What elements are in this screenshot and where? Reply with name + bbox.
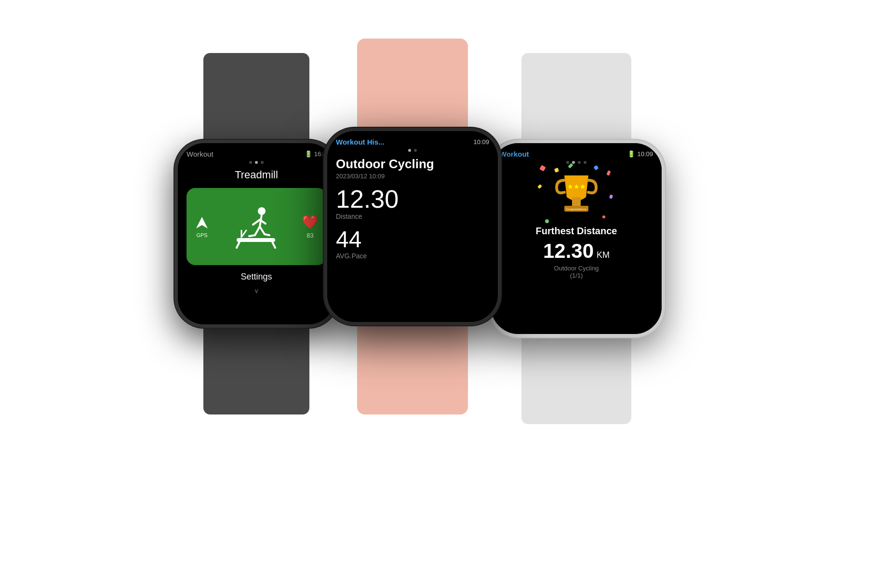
distance-label: Distance	[336, 213, 489, 220]
band-bottom-middle	[357, 325, 468, 414]
battery-low-icon: 🔋	[627, 150, 635, 158]
dot-r2	[572, 161, 575, 164]
screen-content-middle: Workout His... 10:09 Outdoor Cycling 202…	[327, 131, 498, 322]
dot-3	[261, 161, 264, 164]
status-right-right: 🔋 10:09	[627, 150, 653, 158]
treadmill-svg	[232, 202, 280, 251]
status-bar-right: Workout 🔋 10:09	[500, 150, 653, 158]
battery-icon-left: 🔋	[305, 150, 312, 158]
status-bar-middle: Workout His... 10:09	[336, 138, 489, 146]
dot-m1	[408, 149, 411, 152]
time-right: 10:09	[637, 150, 653, 158]
confetti-9	[602, 215, 605, 218]
watches-container: Workout 🔋 16:4 Treadmill	[150, 29, 729, 559]
dots-middle	[336, 149, 489, 152]
svg-point-15	[480, 321, 485, 322]
screen-right: Workout 🔋 10:09	[491, 143, 662, 334]
svg-line-3	[253, 220, 260, 225]
svg-marker-0	[196, 217, 208, 228]
dot-r3	[578, 161, 581, 164]
pace-label: AVG.Pace	[336, 252, 489, 260]
scroll-line-svg	[396, 321, 498, 322]
dot-m2	[414, 149, 417, 152]
screen-content-left: Workout 🔋 16:4 Treadmill	[178, 143, 335, 324]
dot-2	[255, 161, 258, 164]
time-middle: 10:09	[473, 138, 489, 146]
status-bar-left: Workout 🔋 16:4	[186, 150, 326, 158]
svg-line-6	[260, 227, 265, 234]
svg-line-11	[272, 242, 275, 248]
svg-line-7	[249, 235, 255, 236]
svg-line-8	[265, 234, 269, 235]
gps-icon	[194, 215, 210, 230]
band-top-left	[203, 53, 309, 140]
svg-line-10	[237, 242, 240, 248]
workout-name-middle: Outdoor Cycling	[336, 157, 489, 172]
svg-text:Congratulations: Congratulations	[566, 208, 586, 211]
green-activity-card: GPS	[186, 188, 326, 265]
settings-label[interactable]: Settings	[186, 272, 326, 282]
heart-button[interactable]: ❤️ 83	[302, 214, 319, 239]
confetti-1	[539, 165, 546, 172]
confetti-5	[606, 170, 611, 175]
watch-body-left: Workout 🔋 16:4 Treadmill	[174, 140, 338, 328]
confetti-6	[537, 184, 542, 189]
achievement-subtitle: Outdoor Cycling (1/1)	[554, 265, 599, 279]
heart-rate-value: 83	[306, 232, 313, 239]
svg-rect-16	[572, 197, 581, 206]
treadmill-icon	[210, 202, 302, 251]
gps-button[interactable]: GPS	[194, 215, 210, 238]
achievement-title: Furthest Distance	[536, 226, 617, 237]
status-right-left: 🔋 16:4	[305, 150, 326, 158]
achievement-distance: 12.30 KM	[543, 240, 610, 263]
band-top-right	[521, 53, 631, 140]
workout-date-middle: 2023/03/12 10:09	[336, 173, 489, 180]
confetti-8	[545, 219, 549, 223]
app-title-middle: Workout His...	[336, 138, 385, 146]
confetti-7	[609, 194, 613, 199]
gps-label: GPS	[196, 232, 207, 238]
screen-left: Workout 🔋 16:4 Treadmill	[178, 143, 335, 324]
band-bottom-left	[203, 328, 309, 414]
screen-middle: Workout His... 10:09 Outdoor Cycling 202…	[327, 131, 498, 322]
distance-value: 12.30	[336, 187, 489, 212]
watch-body-right: Workout 🔋 10:09	[488, 140, 665, 337]
achievement-value: 12.30	[543, 240, 594, 263]
achievement-unit: KM	[597, 250, 610, 260]
dots-left	[186, 161, 326, 164]
scroll-indicator	[396, 321, 498, 322]
chevron-down[interactable]: ∨	[186, 287, 326, 294]
confetti-4	[594, 165, 599, 171]
watch-middle: Workout His... 10:09 Outdoor Cycling 202…	[324, 39, 501, 414]
svg-rect-9	[237, 238, 275, 242]
dot-1	[249, 161, 252, 164]
status-right-middle: 10:09	[473, 138, 489, 146]
heart-icon: ❤️	[302, 214, 319, 230]
trophy-container: ★★★ Congratulations	[550, 171, 603, 221]
band-top-middle	[357, 39, 468, 128]
dots-right	[500, 161, 653, 164]
workout-type-label: Treadmill	[186, 169, 326, 181]
dot-r1	[566, 161, 569, 164]
trophy-icon: ★★★ Congratulations	[550, 171, 603, 219]
confetti-3	[568, 163, 573, 168]
watch-body-middle: Workout His... 10:09 Outdoor Cycling 202…	[324, 128, 501, 325]
svg-point-1	[258, 207, 266, 215]
app-title-right: Workout	[500, 150, 529, 158]
svg-text:★★★: ★★★	[567, 183, 586, 190]
watch-left: Workout 🔋 16:4 Treadmill	[174, 53, 338, 414]
band-bottom-right	[521, 337, 631, 424]
watch-right: Workout 🔋 10:09	[488, 53, 665, 424]
svg-line-5	[255, 227, 260, 235]
app-title-left: Workout	[186, 150, 213, 158]
dot-r4	[584, 161, 586, 164]
pace-value: 44	[336, 228, 489, 251]
achievement-section: ★★★ Congratulations Furthest Distance	[500, 169, 653, 327]
screen-content-right: Workout 🔋 10:09	[491, 143, 662, 334]
